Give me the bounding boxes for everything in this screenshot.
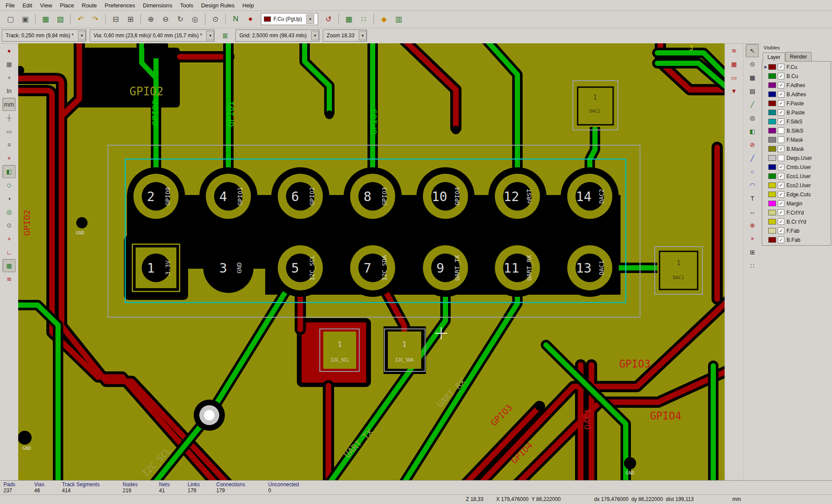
add-circle-tool[interactable]: ○ — [746, 165, 759, 178]
chevron-down-icon[interactable]: ▼ — [359, 31, 367, 40]
add-target-tool[interactable]: ⊕ — [746, 219, 759, 232]
layer-visibility-checkbox[interactable]: ✓ — [778, 228, 784, 234]
layer-visibility-checkbox[interactable]: ✓ — [778, 82, 784, 88]
layer-visibility-checkbox[interactable]: ✓ — [778, 164, 784, 170]
aux-axis-toggle[interactable]: + — [3, 232, 16, 245]
layer-color-swatch[interactable] — [768, 192, 776, 197]
tht-pad-11[interactable]: 11UART_RX — [488, 239, 546, 297]
menu-dimensions[interactable]: Dimensions — [139, 1, 176, 10]
smd-pad-i2c-scl[interactable]: 1 I2C_SCL — [323, 332, 356, 369]
layer-row-eco1-user[interactable]: ✓Eco1.User — [762, 172, 831, 181]
netlist-button[interactable]: N — [229, 12, 243, 26]
plot-button[interactable]: ⊞ — [124, 12, 137, 26]
layer-visibility-checkbox[interactable] — [778, 127, 784, 134]
layer-color-swatch[interactable] — [768, 119, 776, 124]
zoom-redraw-button[interactable]: ↻ — [173, 12, 187, 26]
redo-button[interactable]: ↷ — [88, 12, 102, 26]
via-size-select[interactable]: Via: 0,60 mm (23,6 mils)/ 0,40 mm (15,7 … — [90, 29, 215, 42]
layer-row-cmts-user[interactable]: ✓Cmts.User — [762, 163, 831, 172]
layer-visibility-checkbox[interactable]: ✓ — [778, 200, 784, 207]
add-text-tool[interactable]: T — [746, 192, 759, 205]
grid-dots-button[interactable]: ∷ — [357, 12, 370, 26]
layer-visibility-checkbox[interactable]: ✓ — [778, 218, 784, 225]
grid-hidden-toggle[interactable]: ▦ — [3, 58, 16, 71]
drill-origin-tool[interactable]: ⊞ — [746, 246, 759, 259]
high-contrast-toggle[interactable]: ◑ — [3, 192, 16, 205]
route-track-tool[interactable]: ╱ — [746, 98, 759, 111]
layer-row-f-fab[interactable]: ✓F.Fab — [762, 226, 831, 235]
layer-color-swatch[interactable] — [768, 228, 776, 234]
smd-pad-i2c-sda[interactable]: 1 I2C_SDA — [388, 332, 421, 369]
zoom-out-button[interactable]: ⊖ — [159, 12, 172, 26]
layer-row-b-paste[interactable]: ✓B.Paste — [762, 108, 831, 117]
layer-color-swatch[interactable] — [768, 182, 776, 188]
polar-coords-toggle[interactable]: + — [3, 71, 16, 84]
layer-row-eco2-user[interactable]: ✓Eco2.User — [762, 181, 831, 190]
layer-visibility-checkbox[interactable] — [778, 137, 784, 143]
menu-route[interactable]: Route — [78, 1, 101, 10]
tht-pad-8[interactable]: 8GPIO3 — [344, 167, 402, 225]
footprint-editor-button[interactable]: ▦ — [39, 12, 52, 26]
layer-row-b-silks[interactable]: B.SilkS — [762, 126, 831, 135]
smd-pad-dac2[interactable]: 1 DAC2 — [575, 85, 615, 127]
module-ratsnest-toggle[interactable]: ≡ — [3, 138, 16, 151]
units-mm-toggle[interactable]: mm — [3, 98, 16, 111]
drc-off-toggle[interactable]: ● — [3, 44, 16, 57]
layer-row-f-mask[interactable]: F.Mask — [762, 135, 831, 144]
layer-visibility-checkbox[interactable]: ✓ — [778, 173, 784, 179]
add-keepout-tool[interactable]: ⊘ — [746, 138, 759, 151]
layer-visibility-checkbox[interactable]: ✓ — [778, 109, 784, 116]
layer-row-edge-cuts[interactable]: ✓Edge.Cuts — [762, 190, 831, 199]
layer-row-b-fab[interactable]: ✓B.Fab — [762, 235, 831, 244]
layer-visibility-checkbox[interactable]: ✓ — [778, 209, 784, 216]
tht-pad-10[interactable]: 10GPIO4 — [416, 167, 474, 225]
layer-color-swatch[interactable] — [768, 201, 776, 206]
layer-color-swatch[interactable] — [768, 82, 776, 88]
local-ratsnest-tool[interactable]: ▦ — [746, 71, 759, 84]
menu-preferences[interactable]: Preferences — [101, 1, 139, 10]
footprint-browser-button[interactable]: ▧ — [53, 12, 67, 26]
hide-tracks-toggle[interactable]: ▭ — [728, 71, 741, 84]
magnifier-toggle[interactable]: ⊙ — [3, 219, 16, 232]
layer-row-f-paste[interactable]: ✓F.Paste — [762, 99, 831, 108]
layer-visibility-checkbox[interactable]: ✓ — [778, 191, 784, 198]
menu-tools[interactable]: Tools — [176, 1, 197, 10]
layer-color-swatch[interactable] — [768, 110, 776, 115]
freeroute-button[interactable]: ◆ — [377, 12, 391, 26]
track-width-select[interactable]: Track: 0,250 mm (9,84 mils) * ▼ — [2, 29, 86, 42]
zoom-select[interactable]: Zoom 18,33 ▼ — [323, 29, 367, 42]
layer-visibility-checkbox[interactable]: ✓ — [778, 237, 784, 243]
chevron-down-icon[interactable]: ▼ — [306, 14, 314, 24]
layer-visibility-checkbox[interactable] — [778, 155, 784, 161]
zoom-fit-button[interactable]: ◎ — [188, 12, 202, 26]
menu-edit[interactable]: Edit — [19, 1, 36, 10]
pcb-canvas[interactable]: 2GPIO0 4GPIO1 6GPIO2 8GPIO3 10GPIO4 12nR… — [18, 43, 725, 480]
grid-toggle-button[interactable]: ▦ — [342, 12, 356, 26]
layer-row-b-mask[interactable]: ✓B.Mask — [762, 144, 831, 153]
layer-row-f-silks[interactable]: ✓F.SilkS — [762, 117, 831, 126]
grid-select[interactable]: Grid: 2,5000 mm (98,43 mils) ▼ — [235, 29, 319, 42]
cursor-shape-toggle[interactable]: ┼ — [3, 111, 16, 124]
zones-outline-toggle[interactable]: ◇ — [3, 179, 16, 192]
chevron-down-icon[interactable]: ▼ — [311, 31, 319, 40]
tht-pad-1[interactable]: 1 3.3V — [124, 236, 188, 300]
menu-file[interactable]: File — [2, 1, 19, 10]
layer-row-dwgs-user[interactable]: Dwgs.User — [762, 153, 831, 163]
ratsnest-visibility-toggle[interactable]: ▭ — [3, 125, 16, 138]
grid-origin-tool[interactable]: ∷ — [746, 259, 759, 272]
layer-color-swatch[interactable] — [768, 155, 776, 161]
zones-show-toggle[interactable]: ◧ — [3, 165, 16, 178]
add-line-tool[interactable]: ╱ — [746, 152, 759, 165]
layer-row-margin[interactable]: ✓Margin — [762, 199, 831, 208]
layer-color-swatch[interactable] — [768, 101, 776, 106]
tht-pad-4[interactable]: 4GPIO1 — [199, 167, 257, 225]
tht-pad-14[interactable]: 14DAC2 — [561, 167, 619, 225]
tht-pad-5[interactable]: 5I2C_SCL — [271, 239, 329, 297]
grid-settings-icon[interactable]: ≣ — [218, 29, 232, 42]
net-filter-toggle[interactable]: ▼ — [728, 85, 741, 98]
zoom-in-button[interactable]: ⊕ — [144, 12, 158, 26]
layer-color-swatch[interactable] — [768, 73, 776, 79]
layer-color-swatch[interactable] — [768, 64, 776, 70]
units-inch-toggle[interactable]: In — [3, 85, 16, 98]
tht-pad-9[interactable]: 9UART_TX — [416, 239, 474, 297]
